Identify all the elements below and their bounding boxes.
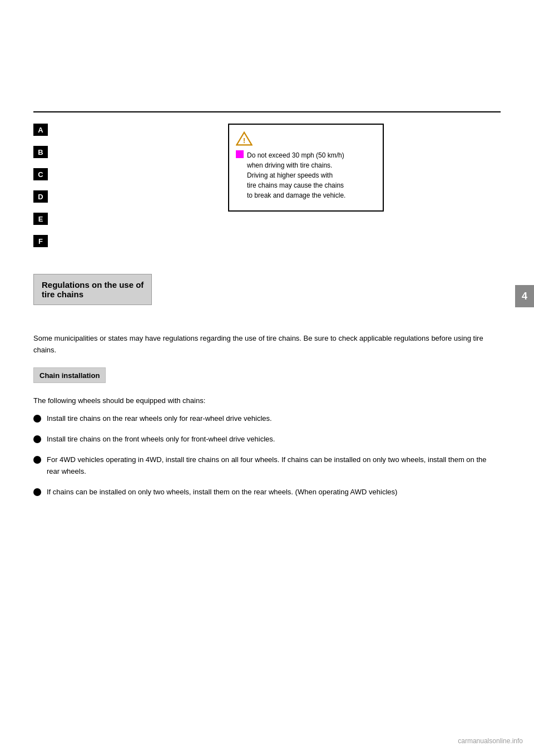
page: A B C D E F	[0, 0, 534, 756]
body-paragraph-1: Some municipalities or states may have r…	[33, 333, 501, 356]
badge-d: D	[33, 190, 48, 203]
badge-c: C	[33, 168, 48, 180]
top-blank-area	[0, 0, 534, 111]
watermark: carmanualsonline.info	[458, 737, 523, 745]
chain-installation-subtitle-box: Chain installation	[33, 367, 106, 383]
bullet-text-4: If chains can be installed on only two w…	[47, 487, 397, 498]
chain-installation-subtitle: Chain installation	[39, 371, 100, 380]
index-item-f: F	[33, 235, 211, 247]
page-number-tab: 4	[515, 285, 534, 307]
index-item-a: A	[33, 124, 211, 136]
badge-f: F	[33, 235, 48, 247]
bullet-item-3: For 4WD vehicles operating in 4WD, insta…	[33, 454, 501, 478]
badge-e: E	[33, 213, 48, 225]
warning-triangle-icon: !	[236, 131, 253, 146]
bullet-circle-4	[33, 488, 41, 496]
left-column: A B C D E F	[33, 124, 211, 316]
badge-a: A	[33, 124, 48, 136]
bullet-item-1: Install tire chains on the rear wheels o…	[33, 413, 501, 425]
warning-header: !	[236, 131, 376, 146]
warning-inner-text: Do not exceed 30 mph (50 km/h) when driv…	[247, 150, 345, 200]
main-content-area: A B C D E F	[0, 112, 534, 327]
index-item-c: C	[33, 168, 211, 180]
full-content: Some municipalities or states may have r…	[0, 327, 534, 529]
bullet-circle-3	[33, 456, 41, 464]
bullet-circle-1	[33, 415, 41, 423]
index-item-e: E	[33, 213, 211, 225]
chain-installation-intro: The following wheels should be equipped …	[33, 395, 501, 407]
index-item-b: B	[33, 146, 211, 158]
right-column: ! Do not exceed 30 mph (50 km/h) when dr…	[211, 124, 501, 316]
bullet-text-3: For 4WD vehicles operating in 4WD, insta…	[47, 454, 501, 478]
section-title-box: Regulations on the use oftire chains	[33, 274, 152, 305]
index-item-d: D	[33, 190, 211, 203]
badge-b: B	[33, 146, 48, 158]
bullet-circle-2	[33, 435, 41, 443]
svg-text:!: !	[243, 136, 246, 145]
bullet-text-1: Install tire chains on the rear wheels o…	[47, 413, 272, 425]
bullet-text-2: Install tire chains on the front wheels …	[47, 434, 275, 445]
warning-box: ! Do not exceed 30 mph (50 km/h) when dr…	[228, 124, 384, 212]
section-title-text: Regulations on the use oftire chains	[42, 280, 144, 299]
bullet-item-2: Install tire chains on the front wheels …	[33, 434, 501, 445]
bullet-item-4: If chains can be installed on only two w…	[33, 487, 501, 498]
warning-magenta-square	[236, 150, 244, 158]
